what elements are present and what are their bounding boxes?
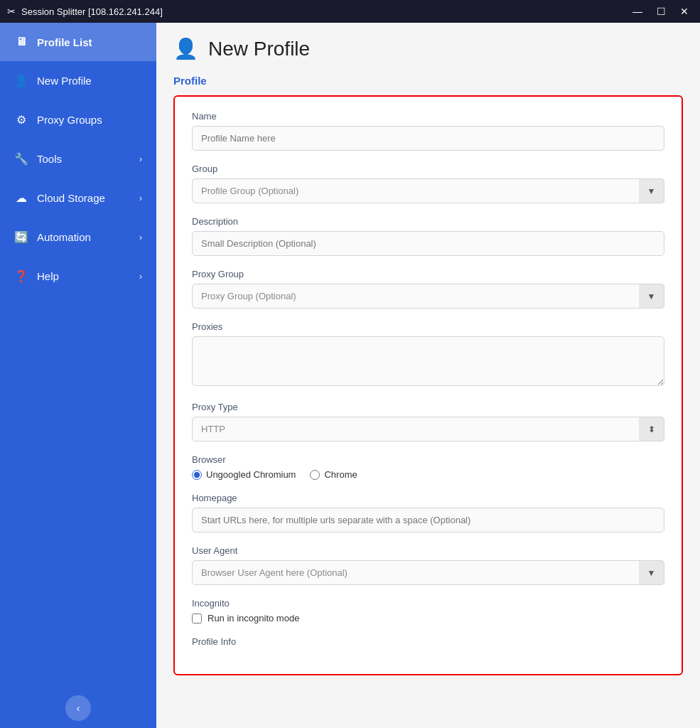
homepage-label: Homepage [192, 493, 664, 503]
sidebar-label-cloud-storage: Cloud Storage [37, 192, 105, 204]
new-profile-icon: 👤 [14, 74, 28, 87]
sidebar-collapse-button[interactable]: ‹ [65, 695, 91, 721]
proxies-label: Proxies [192, 321, 664, 332]
automation-chevron-icon: › [139, 232, 142, 242]
browser-chrome-label: Chrome [324, 469, 357, 480]
proxy-group-select[interactable]: Proxy Group (Optional) [192, 284, 664, 309]
browser-ungoogled-chromium-option[interactable]: Ungoogled Chromium [192, 469, 296, 480]
sidebar-label-new-profile: New Profile [37, 75, 92, 87]
description-input[interactable] [192, 231, 664, 256]
help-chevron-icon: › [139, 272, 142, 282]
sidebar-item-tools[interactable]: 🔧 Tools › [0, 139, 156, 178]
tools-icon: 🔧 [14, 152, 28, 166]
cloud-storage-icon: ☁ [14, 191, 28, 205]
name-group: Name [192, 111, 664, 151]
incognito-label: Incognito [192, 598, 664, 609]
main-content: 👤 New Profile Profile Name Group Profile… [156, 23, 700, 728]
group-group: Group Profile Group (Optional) ▼ [192, 164, 664, 203]
proxy-group-label: Proxy Group [192, 269, 664, 279]
tools-chevron-icon: › [139, 154, 142, 164]
title-bar-controls: — ☐ ✕ [628, 4, 693, 18]
incognito-checkbox[interactable] [192, 614, 202, 623]
sidebar-label-proxy-groups: Proxy Groups [37, 114, 102, 126]
proxy-group-group: Proxy Group Proxy Group (Optional) ▼ [192, 269, 664, 309]
sidebar: 🖥 Profile List 👤 New Profile ⚙ Proxy Gro… [0, 23, 156, 728]
browser-ungoogled-chromium-radio[interactable] [192, 470, 202, 480]
profile-info-group: Profile Info [192, 636, 664, 647]
browser-chrome-radio[interactable] [310, 470, 320, 480]
sidebar-item-new-profile[interactable]: 👤 New Profile [0, 61, 156, 100]
help-icon: ❓ [14, 269, 28, 283]
group-label: Group [192, 164, 664, 174]
description-group: Description [192, 216, 664, 256]
form-card: Name Group Profile Group (Optional) ▼ De… [173, 95, 683, 675]
app-icon: ✂ [7, 6, 16, 17]
homepage-input[interactable] [192, 508, 664, 532]
proxy-type-select-wrap: HTTP HTTPS SOCKS4 SOCKS5 ⬍ [192, 417, 664, 441]
browser-ungoogled-chromium-label: Ungoogled Chromium [206, 469, 296, 480]
sidebar-label-profile-list: Profile List [37, 36, 92, 48]
browser-chrome-option[interactable]: Chrome [310, 469, 357, 480]
group-select-wrap: Profile Group (Optional) ▼ [192, 178, 664, 203]
sidebar-item-profile-list[interactable]: 🖥 Profile List [0, 23, 156, 61]
group-select[interactable]: Profile Group (Optional) [192, 178, 664, 203]
sidebar-label-tools: Tools [37, 153, 62, 165]
page-title: New Profile [208, 38, 310, 60]
profile-info-label: Profile Info [192, 636, 664, 647]
sidebar-item-proxy-groups[interactable]: ⚙ Proxy Groups [0, 100, 156, 139]
proxy-groups-icon: ⚙ [14, 113, 28, 127]
incognito-checkbox-item[interactable]: Run in incognito mode [192, 613, 664, 623]
homepage-group: Homepage [192, 493, 664, 532]
sidebar-spacer [0, 296, 156, 688]
name-input[interactable] [192, 126, 664, 151]
title-bar-left: ✂ Session Splitter [108.162.241.244] [7, 6, 163, 17]
section-header: Profile [173, 75, 683, 87]
automation-icon: 🔄 [14, 230, 28, 244]
sidebar-item-cloud-storage[interactable]: ☁ Cloud Storage › [0, 178, 156, 218]
sidebar-item-help[interactable]: ❓ Help › [0, 257, 156, 296]
proxy-group-select-wrap: Proxy Group (Optional) ▼ [192, 284, 664, 309]
proxy-type-label: Proxy Type [192, 402, 664, 412]
minimize-button[interactable]: — [628, 4, 647, 18]
user-agent-label: User Agent [192, 545, 664, 556]
proxy-type-select[interactable]: HTTP HTTPS SOCKS4 SOCKS5 [192, 417, 664, 441]
proxies-textarea[interactable] [192, 336, 664, 386]
page-header-icon: 👤 [173, 37, 198, 60]
user-agent-select[interactable]: Browser User Agent here (Optional) [192, 560, 664, 585]
maximize-button[interactable]: ☐ [652, 4, 670, 18]
incognito-group: Incognito Run in incognito mode [192, 598, 664, 623]
title-bar: ✂ Session Splitter [108.162.241.244] — ☐… [0, 0, 700, 23]
close-button[interactable]: ✕ [676, 4, 693, 18]
name-label: Name [192, 111, 664, 122]
collapse-icon: ‹ [77, 702, 80, 714]
sidebar-item-automation[interactable]: 🔄 Automation › [0, 218, 156, 257]
sidebar-label-help: Help [37, 270, 59, 282]
incognito-checkbox-label: Run in incognito mode [208, 613, 299, 623]
browser-radio-group: Ungoogled Chromium Chrome [192, 469, 664, 480]
app-body: 🖥 Profile List 👤 New Profile ⚙ Proxy Gro… [0, 23, 700, 728]
user-agent-select-wrap: Browser User Agent here (Optional) ▼ [192, 560, 664, 585]
browser-label: Browser [192, 454, 664, 465]
proxies-group: Proxies [192, 321, 664, 389]
description-label: Description [192, 216, 664, 227]
title-bar-title: Session Splitter [108.162.241.244] [21, 6, 163, 17]
browser-group: Browser Ungoogled Chromium Chrome [192, 454, 664, 480]
profile-list-icon: 🖥 [14, 36, 28, 48]
proxy-type-group: Proxy Type HTTP HTTPS SOCKS4 SOCKS5 ⬍ [192, 402, 664, 441]
page-header: 👤 New Profile [173, 37, 683, 60]
user-agent-group: User Agent Browser User Agent here (Opti… [192, 545, 664, 585]
sidebar-label-automation: Automation [37, 231, 91, 243]
cloud-storage-chevron-icon: › [139, 193, 142, 203]
